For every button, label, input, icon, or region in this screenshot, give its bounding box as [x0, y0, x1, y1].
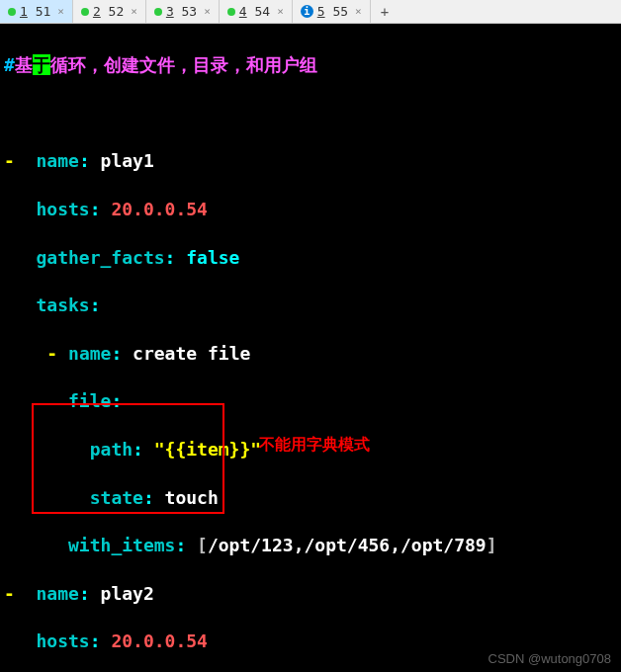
code-line: hosts: 20.0.0.54	[4, 198, 617, 221]
watermark: CSDN @wutong0708	[488, 651, 611, 666]
tab-num: 2	[93, 4, 101, 19]
close-icon[interactable]: ×	[277, 5, 284, 18]
tab-num: 4	[239, 4, 247, 19]
tab-label: 54	[254, 4, 270, 19]
new-tab-button[interactable]: +	[371, 2, 399, 22]
tab-num: 3	[166, 4, 174, 19]
close-icon[interactable]: ×	[355, 5, 362, 18]
code-line: tasks:	[4, 294, 617, 317]
tab-2[interactable]: 2 52 ×	[73, 0, 146, 23]
close-icon[interactable]: ×	[204, 5, 211, 18]
tab-1[interactable]: 1 51 ×	[0, 0, 73, 23]
tab-5[interactable]: i 5 55 ×	[293, 0, 371, 23]
cursor: 于	[33, 54, 50, 75]
status-dot-icon	[8, 8, 16, 16]
tab-label: 51	[36, 4, 51, 19]
tab-label: 52	[109, 4, 125, 19]
status-dot-icon	[227, 8, 235, 16]
status-dot-icon	[81, 8, 89, 16]
code-line: gather_facts: false	[4, 246, 617, 270]
tab-num: 5	[317, 4, 325, 19]
annotation-text: 不能用字典模式	[259, 435, 370, 456]
close-icon[interactable]: ×	[131, 5, 137, 18]
tab-label: 53	[182, 4, 198, 19]
code-line: - name: play1	[4, 149, 617, 173]
code-editor[interactable]: #基于循环，创建文件，目录，和用户组 - name: play1 hosts: …	[0, 24, 621, 672]
code-line: file:	[4, 389, 617, 413]
info-icon: i	[301, 5, 313, 18]
close-icon[interactable]: ×	[57, 5, 64, 18]
code-line: - name: play2	[4, 582, 617, 606]
tab-label: 55	[332, 4, 348, 19]
tab-bar: 1 51 × 2 52 × 3 53 × 4 54 × i 5 55 × +	[0, 0, 621, 24]
code-line: state: touch	[4, 486, 617, 510]
code-line: - name: create file	[4, 342, 617, 366]
status-dot-icon	[154, 8, 162, 16]
tab-4[interactable]: 4 54 ×	[220, 0, 293, 23]
tab-num: 1	[20, 4, 28, 19]
comment-line: #基于循环，创建文件，目录，和用户组	[4, 53, 617, 77]
tab-3[interactable]: 3 53 ×	[146, 0, 220, 23]
code-line: with_items: [/opt/123,/opt/456,/opt/789]	[4, 534, 617, 557]
